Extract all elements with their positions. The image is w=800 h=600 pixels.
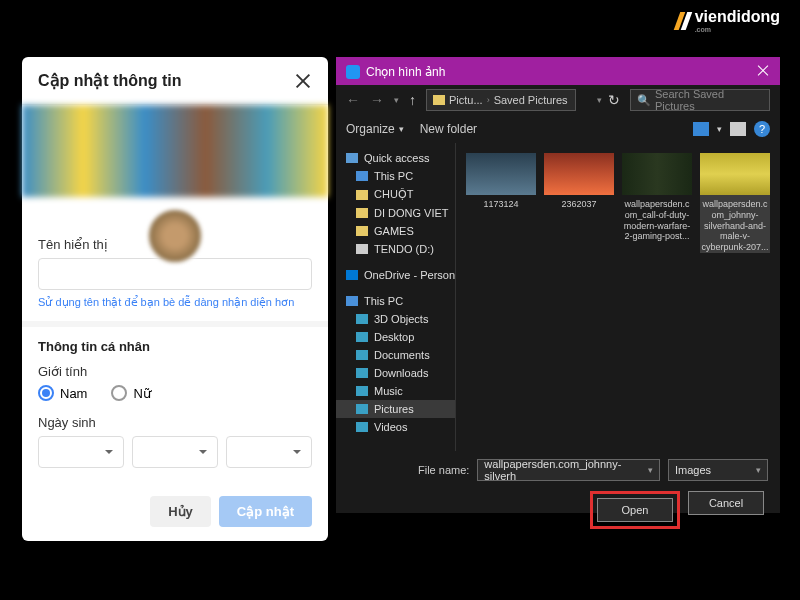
nav-forward-icon[interactable]: → — [370, 92, 384, 108]
filename-input[interactable]: wallpapersden.com_johnny-silverh — [477, 459, 660, 481]
chevron-down-icon[interactable]: ▾ — [597, 95, 602, 105]
cloud-icon — [346, 270, 358, 280]
search-icon: 🔍 — [637, 94, 651, 107]
file-thumbnail[interactable]: 2362037 — [544, 153, 614, 210]
sidebar-item-quick-access[interactable]: Quick access — [336, 149, 455, 167]
thumbnail-image — [700, 153, 770, 195]
new-folder-button[interactable]: New folder — [420, 122, 477, 136]
refresh-icon[interactable]: ↻ — [608, 92, 620, 108]
sidebar-item-3d-objects[interactable]: 3D Objects — [336, 310, 455, 328]
sidebar-item-documents[interactable]: Documents — [336, 346, 455, 364]
organize-menu[interactable]: Organize ▾ — [346, 122, 404, 136]
nav-bar: ← → ▾ ↑ Pictu... › Saved Pictures ▾ ↻ 🔍 … — [336, 85, 780, 115]
chevron-down-icon: ▾ — [399, 124, 404, 134]
modal-title: Cập nhật thông tin — [38, 71, 182, 90]
dob-month-select[interactable] — [132, 436, 218, 468]
close-icon[interactable] — [294, 72, 312, 90]
file-grid: 1173124 2362037 wallpapersden.com_call-o… — [456, 143, 780, 451]
update-button[interactable]: Cập nhật — [219, 496, 312, 527]
documents-icon — [356, 350, 368, 360]
file-thumbnail-selected[interactable]: wallpapersden.com_johnny-silverhand-and-… — [700, 153, 770, 253]
sidebar-item-desktop[interactable]: Desktop — [336, 328, 455, 346]
cancel-button[interactable]: Cancel — [688, 491, 764, 515]
radio-female[interactable]: Nữ — [111, 385, 150, 401]
nav-up-icon[interactable]: ↑ — [409, 92, 416, 108]
dialog-titlebar: Chọn hình ảnh — [336, 59, 780, 85]
videos-icon — [356, 422, 368, 432]
pc-icon — [346, 296, 358, 306]
search-placeholder: Search Saved Pictures — [655, 88, 763, 112]
gender-label: Giới tính — [38, 364, 312, 379]
dob-label: Ngày sinh — [38, 415, 312, 430]
modal-header: Cập nhật thông tin — [22, 57, 328, 105]
breadcrumb-part-0[interactable]: Pictu... — [449, 94, 483, 106]
folder-icon — [356, 208, 368, 218]
pictures-icon — [356, 404, 368, 414]
file-thumbnail[interactable]: wallpapersden.com_call-of-duty-modern-wa… — [622, 153, 692, 242]
sidebar-item-pictures[interactable]: Pictures — [336, 400, 455, 418]
radio-male[interactable]: Nam — [38, 385, 87, 401]
file-name-label: 2362037 — [544, 199, 614, 210]
preview-pane-icon[interactable] — [730, 122, 746, 136]
sidebar-item-this-pc[interactable]: This PC — [336, 292, 455, 310]
profile-update-modal: Cập nhật thông tin Tên hiển thị Sử dụng … — [22, 57, 328, 541]
display-name-hint: Sử dụng tên thật để bạn bè dễ dàng nhận … — [38, 296, 312, 309]
file-open-dialog: Chọn hình ảnh ← → ▾ ↑ Pictu... › Saved P… — [336, 57, 780, 513]
help-icon[interactable]: ? — [754, 121, 770, 137]
desktop-icon — [356, 332, 368, 342]
downloads-icon — [356, 368, 368, 378]
radio-male-label: Nam — [60, 386, 87, 401]
sidebar-item-folder[interactable]: CHUỘT — [336, 185, 455, 204]
pc-icon — [356, 171, 368, 181]
dialog-footer: File name: wallpapersden.com_johnny-silv… — [336, 451, 780, 537]
sidebar-item-drive[interactable]: TENDO (D:) — [336, 240, 455, 258]
open-button[interactable]: Open — [597, 498, 673, 522]
radio-icon-checked — [38, 385, 54, 401]
toolbar: Organize ▾ New folder ▾ ? — [336, 115, 780, 143]
divider — [22, 321, 328, 327]
highlight-annotation: Open — [590, 491, 680, 529]
filetype-filter-select[interactable]: Images — [668, 459, 768, 481]
radio-icon-unchecked — [111, 385, 127, 401]
thumbnail-image — [622, 153, 692, 195]
sidebar-item-folder[interactable]: DI DONG VIET — [336, 204, 455, 222]
file-thumbnail[interactable]: 1173124 — [466, 153, 536, 210]
brand-watermark: viendidong .com — [677, 8, 780, 33]
brand-text: viendidong — [695, 8, 780, 25]
avatar[interactable] — [146, 207, 204, 265]
chevron-down-icon[interactable]: ▾ — [717, 124, 722, 134]
filename-label: File name: — [418, 464, 469, 476]
cover-photo[interactable] — [22, 105, 328, 197]
thumbnail-image — [466, 153, 536, 195]
dialog-close-icon[interactable] — [756, 64, 770, 78]
sidebar-item-videos[interactable]: Videos — [336, 418, 455, 436]
chevron-down-icon[interactable]: ▾ — [394, 95, 399, 105]
search-input[interactable]: 🔍 Search Saved Pictures — [630, 89, 770, 111]
folder-icon — [356, 190, 368, 200]
folder-icon — [356, 226, 368, 236]
app-icon — [346, 65, 360, 79]
breadcrumb-part-1[interactable]: Saved Pictures — [494, 94, 568, 106]
music-icon — [356, 386, 368, 396]
sidebar-item-onedrive[interactable]: OneDrive - Person — [336, 266, 455, 284]
brand-subtext: .com — [695, 26, 780, 33]
sidebar-item-music[interactable]: Music — [336, 382, 455, 400]
file-name-label: wallpapersden.com_johnny-silverhand-and-… — [700, 199, 770, 253]
folder-icon — [433, 95, 445, 105]
dob-year-select[interactable] — [226, 436, 312, 468]
breadcrumb[interactable]: Pictu... › Saved Pictures — [426, 89, 576, 111]
sidebar-item-folder[interactable]: GAMES — [336, 222, 455, 240]
view-mode-icon[interactable] — [693, 122, 709, 136]
star-icon — [346, 153, 358, 163]
cancel-button[interactable]: Hủy — [150, 496, 211, 527]
nav-back-icon[interactable]: ← — [346, 92, 360, 108]
sidebar-tree: Quick access This PC CHUỘT DI DONG VIET … — [336, 143, 456, 451]
personal-info-title: Thông tin cá nhân — [38, 339, 312, 354]
sidebar-item-downloads[interactable]: Downloads — [336, 364, 455, 382]
sidebar-item-this-pc-shortcut[interactable]: This PC — [336, 167, 455, 185]
file-name-label: 1173124 — [466, 199, 536, 210]
chevron-right-icon: › — [487, 95, 490, 105]
objects-icon — [356, 314, 368, 324]
radio-female-label: Nữ — [133, 386, 150, 401]
dob-day-select[interactable] — [38, 436, 124, 468]
